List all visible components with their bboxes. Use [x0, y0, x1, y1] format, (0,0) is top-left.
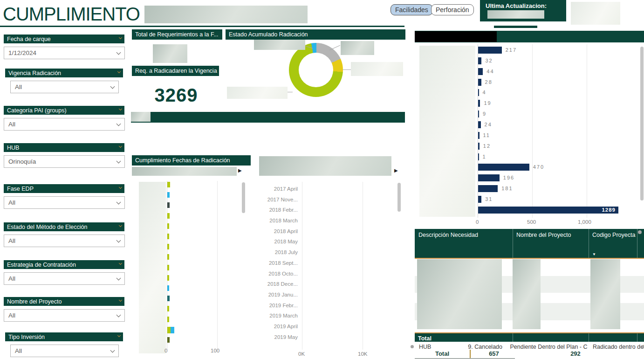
mini-bar[interactable]: [167, 234, 169, 239]
mini-bar[interactable]: [167, 254, 169, 260]
table-header-descripcion[interactable]: Descripción Necesidad: [418, 232, 478, 238]
scrollbar-thumb[interactable]: [640, 47, 644, 200]
mini-bar[interactable]: [167, 223, 169, 229]
bar-row[interactable]: 24: [478, 121, 644, 128]
bar[interactable]: [478, 132, 480, 139]
matrix-header-pendiente[interactable]: Pendiente Dentro del Plan - C: [508, 344, 589, 350]
bar[interactable]: [478, 164, 529, 171]
filter-header-3[interactable]: Categoría PAI (groups): [4, 106, 124, 115]
mini-bar[interactable]: [167, 275, 169, 281]
mini-bar-row[interactable]: [167, 327, 174, 333]
matrix-scroll-dot[interactable]: [641, 345, 644, 348]
filter-dropdown-2[interactable]: All: [10, 81, 119, 93]
bar[interactable]: [478, 57, 481, 64]
mini-bar[interactable]: [167, 285, 169, 291]
bar[interactable]: [478, 110, 479, 117]
bar[interactable]: [478, 121, 481, 128]
matrix-header-radicado[interactable]: Radicado dentro del Pla: [593, 344, 644, 350]
filter-header-4[interactable]: HUB: [4, 143, 124, 152]
mini-bar-row[interactable]: [167, 192, 170, 198]
bar-row[interactable]: 1: [478, 153, 644, 160]
table-header-nombre[interactable]: Nombre del Proyecto: [516, 232, 571, 238]
filter-dropdown-3[interactable]: All: [4, 118, 125, 131]
donut-chart[interactable]: [289, 43, 343, 97]
mini-bar[interactable]: [167, 192, 170, 198]
bar-row[interactable]: 4: [478, 89, 644, 96]
filter-header-8[interactable]: Nombre del Proyecto: [4, 297, 124, 306]
bar-row[interactable]: 44: [478, 68, 644, 75]
bar[interactable]: [478, 196, 481, 203]
mini-bar[interactable]: [171, 327, 174, 333]
filter-header-1[interactable]: Fecha de carque: [4, 35, 124, 43]
bar-row[interactable]: 12: [478, 143, 644, 150]
mini-bar-row[interactable]: [167, 223, 169, 229]
mini-bar[interactable]: [167, 337, 170, 343]
filter-dropdown-4[interactable]: Orinoquía: [4, 155, 125, 168]
table-scroll-dot[interactable]: [638, 230, 642, 234]
sort-desc-icon[interactable]: ▼: [592, 252, 596, 256]
bar[interactable]: [478, 185, 498, 192]
filter-header-9[interactable]: Tipo Inversión: [5, 332, 123, 341]
filter-header-6[interactable]: Estado del Método de Elección: [4, 222, 124, 231]
mini-bar[interactable]: [167, 182, 170, 187]
matrix-header-cancelado[interactable]: 9. Cancelado: [466, 344, 502, 350]
bar[interactable]: [478, 68, 483, 75]
bar[interactable]: [478, 153, 479, 160]
bar-row[interactable]: 9: [478, 110, 644, 117]
bar[interactable]: [478, 174, 500, 181]
mini-bar[interactable]: [167, 202, 170, 208]
bar-row[interactable]: 11: [478, 132, 644, 139]
mini-bar[interactable]: [167, 296, 170, 301]
matrix-scroll-dot[interactable]: [411, 345, 414, 348]
filter-header-2[interactable]: Vigencia Radicación: [5, 69, 123, 77]
bar[interactable]: [478, 100, 480, 107]
bar-row[interactable]: 19: [478, 100, 644, 107]
bar-row[interactable]: 32: [478, 57, 644, 64]
tab-perforacion[interactable]: Perforación: [431, 4, 474, 15]
mini-bar[interactable]: [167, 265, 169, 270]
mini-bar[interactable]: [167, 327, 171, 333]
filter-dropdown-1[interactable]: 1/12/2024: [4, 47, 125, 59]
scrollbar-thumb[interactable]: [242, 182, 245, 213]
mini-bar-row[interactable]: [167, 306, 169, 311]
mini-bar-row[interactable]: [167, 244, 169, 249]
mini-bar-row[interactable]: [167, 202, 170, 208]
bar-row[interactable]: 28: [478, 79, 644, 86]
filter-dropdown-5[interactable]: All: [4, 196, 125, 209]
bar[interactable]: 1289: [478, 207, 618, 214]
scrollbar-thumb[interactable]: [397, 183, 401, 212]
bar-row[interactable]: 217: [478, 47, 644, 54]
bar-row[interactable]: 181: [478, 185, 644, 192]
bar[interactable]: [478, 143, 480, 150]
legend-scroll-right-icon[interactable]: ▶: [238, 168, 242, 173]
mini-bar-row[interactable]: [167, 254, 169, 260]
matrix-header-hub[interactable]: HUB: [419, 344, 431, 350]
mini-bar[interactable]: [167, 317, 169, 322]
mini-bar-row[interactable]: [167, 213, 170, 219]
mini-bar-row[interactable]: [167, 234, 169, 239]
bar-row[interactable]: 31: [478, 196, 644, 203]
mini-bar-row[interactable]: [167, 337, 170, 343]
tab-facilidades[interactable]: Facilidades: [391, 4, 433, 15]
legend-scroll-right-icon[interactable]: ▶: [394, 168, 398, 173]
bar-row[interactable]: 196: [478, 174, 644, 181]
filter-header-7[interactable]: Estrategia de Contratación: [4, 260, 124, 269]
mini-bar-row[interactable]: [167, 296, 170, 301]
mini-bar[interactable]: [167, 306, 169, 311]
filter-dropdown-7[interactable]: All: [4, 272, 125, 285]
bar[interactable]: [478, 47, 502, 54]
table-header-codigo[interactable]: Codigo Proyecta: [592, 232, 639, 238]
filter-dropdown-6[interactable]: All: [4, 235, 125, 247]
filter-header-5[interactable]: Fase EDP: [4, 184, 124, 193]
bar-row[interactable]: 1289: [478, 207, 644, 214]
mini-bar-row[interactable]: [167, 285, 169, 291]
bar[interactable]: [478, 79, 481, 86]
mini-bar-row[interactable]: [167, 265, 169, 270]
bar[interactable]: [478, 89, 479, 96]
mini-bar-row[interactable]: [167, 275, 169, 281]
mini-bar[interactable]: [167, 213, 170, 219]
mini-bar-row[interactable]: [167, 317, 169, 322]
filter-dropdown-9[interactable]: All: [10, 345, 119, 357]
bar-row[interactable]: 470: [478, 164, 644, 171]
mini-bar-row[interactable]: [167, 182, 170, 187]
